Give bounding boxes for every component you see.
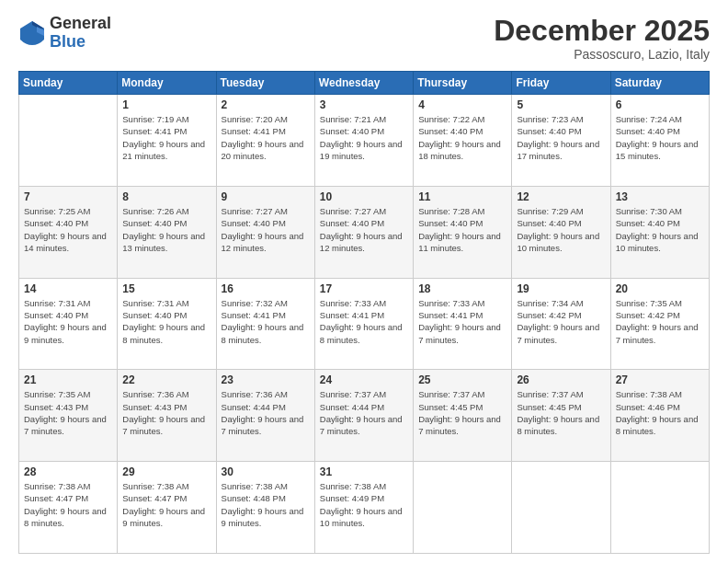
header-sunday: Sunday <box>19 72 118 95</box>
table-row: 28Sunrise: 7:38 AMSunset: 4:47 PMDayligh… <box>19 462 118 554</box>
header: General Blue December 2025 Passoscuro, L… <box>18 15 710 62</box>
page: General Blue December 2025 Passoscuro, L… <box>0 0 728 563</box>
table-row: 31Sunrise: 7:38 AMSunset: 4:49 PMDayligh… <box>314 462 413 554</box>
day-number: 26 <box>517 373 605 386</box>
table-row: 15Sunrise: 7:31 AMSunset: 4:40 PMDayligh… <box>118 278 216 370</box>
table-row: 8Sunrise: 7:26 AMSunset: 4:40 PMDaylight… <box>118 186 216 278</box>
day-number: 25 <box>418 373 506 386</box>
day-info: Sunrise: 7:38 AMSunset: 4:46 PMDaylight:… <box>616 388 704 437</box>
day-number: 24 <box>320 373 408 386</box>
day-info: Sunrise: 7:28 AMSunset: 4:40 PMDaylight:… <box>418 205 506 254</box>
day-info: Sunrise: 7:38 AMSunset: 4:47 PMDaylight:… <box>24 480 112 529</box>
table-row <box>512 462 610 554</box>
day-number: 21 <box>24 373 112 386</box>
calendar-week-row: 14Sunrise: 7:31 AMSunset: 4:40 PMDayligh… <box>19 278 710 370</box>
day-number: 13 <box>616 190 704 203</box>
day-number: 11 <box>418 190 506 203</box>
day-info: Sunrise: 7:21 AMSunset: 4:40 PMDaylight:… <box>320 113 408 162</box>
day-number: 23 <box>222 373 310 386</box>
day-info: Sunrise: 7:34 AMSunset: 4:42 PMDaylight:… <box>517 297 605 346</box>
calendar-week-row: 7Sunrise: 7:25 AMSunset: 4:40 PMDaylight… <box>19 186 710 278</box>
day-number: 27 <box>616 373 704 386</box>
header-thursday: Thursday <box>414 72 512 95</box>
table-row: 21Sunrise: 7:35 AMSunset: 4:43 PMDayligh… <box>19 370 118 462</box>
table-row: 26Sunrise: 7:37 AMSunset: 4:45 PMDayligh… <box>512 370 610 462</box>
day-number: 20 <box>616 282 704 295</box>
day-number: 1 <box>122 98 210 111</box>
day-info: Sunrise: 7:30 AMSunset: 4:40 PMDaylight:… <box>616 205 704 254</box>
day-info: Sunrise: 7:37 AMSunset: 4:45 PMDaylight:… <box>517 388 605 437</box>
table-row <box>414 462 512 554</box>
day-number: 10 <box>320 190 408 203</box>
table-row: 1Sunrise: 7:19 AMSunset: 4:41 PMDaylight… <box>118 95 216 187</box>
table-row: 30Sunrise: 7:38 AMSunset: 4:48 PMDayligh… <box>216 462 314 554</box>
day-info: Sunrise: 7:24 AMSunset: 4:40 PMDaylight:… <box>616 113 704 162</box>
day-info: Sunrise: 7:20 AMSunset: 4:41 PMDaylight:… <box>222 113 310 162</box>
table-row: 7Sunrise: 7:25 AMSunset: 4:40 PMDaylight… <box>19 186 118 278</box>
table-row: 12Sunrise: 7:29 AMSunset: 4:40 PMDayligh… <box>512 186 610 278</box>
header-wednesday: Wednesday <box>314 72 413 95</box>
logo: General Blue <box>18 15 111 52</box>
day-info: Sunrise: 7:27 AMSunset: 4:40 PMDaylight:… <box>320 205 408 254</box>
calendar-week-row: 21Sunrise: 7:35 AMSunset: 4:43 PMDayligh… <box>19 370 710 462</box>
calendar-week-row: 28Sunrise: 7:38 AMSunset: 4:47 PMDayligh… <box>19 462 710 554</box>
table-row: 25Sunrise: 7:37 AMSunset: 4:45 PMDayligh… <box>414 370 512 462</box>
month-title: December 2025 <box>494 15 710 47</box>
table-row: 29Sunrise: 7:38 AMSunset: 4:47 PMDayligh… <box>118 462 216 554</box>
day-number: 19 <box>517 282 605 295</box>
table-row: 10Sunrise: 7:27 AMSunset: 4:40 PMDayligh… <box>314 186 413 278</box>
day-info: Sunrise: 7:35 AMSunset: 4:42 PMDaylight:… <box>616 297 704 346</box>
day-info: Sunrise: 7:27 AMSunset: 4:40 PMDaylight:… <box>222 205 310 254</box>
day-number: 22 <box>122 373 210 386</box>
table-row: 23Sunrise: 7:36 AMSunset: 4:44 PMDayligh… <box>216 370 314 462</box>
day-number: 30 <box>222 465 310 478</box>
day-number: 8 <box>122 190 210 203</box>
day-number: 7 <box>24 190 112 203</box>
table-row: 24Sunrise: 7:37 AMSunset: 4:44 PMDayligh… <box>314 370 413 462</box>
location: Passoscuro, Lazio, Italy <box>494 47 710 62</box>
day-number: 12 <box>517 190 605 203</box>
table-row: 6Sunrise: 7:24 AMSunset: 4:40 PMDaylight… <box>610 95 709 187</box>
table-row: 9Sunrise: 7:27 AMSunset: 4:40 PMDaylight… <box>216 186 314 278</box>
table-row: 17Sunrise: 7:33 AMSunset: 4:41 PMDayligh… <box>314 278 413 370</box>
day-info: Sunrise: 7:36 AMSunset: 4:44 PMDaylight:… <box>222 388 310 437</box>
table-row: 11Sunrise: 7:28 AMSunset: 4:40 PMDayligh… <box>414 186 512 278</box>
day-info: Sunrise: 7:19 AMSunset: 4:41 PMDaylight:… <box>122 113 210 162</box>
table-row <box>610 462 709 554</box>
logo-general-text: General <box>50 15 111 33</box>
day-info: Sunrise: 7:23 AMSunset: 4:40 PMDaylight:… <box>517 113 605 162</box>
day-number: 14 <box>24 282 112 295</box>
day-info: Sunrise: 7:38 AMSunset: 4:49 PMDaylight:… <box>320 480 408 529</box>
day-info: Sunrise: 7:31 AMSunset: 4:40 PMDaylight:… <box>122 297 210 346</box>
day-info: Sunrise: 7:35 AMSunset: 4:43 PMDaylight:… <box>24 388 112 437</box>
day-info: Sunrise: 7:37 AMSunset: 4:44 PMDaylight:… <box>320 388 408 437</box>
day-number: 28 <box>24 465 112 478</box>
day-info: Sunrise: 7:38 AMSunset: 4:48 PMDaylight:… <box>222 480 310 529</box>
table-row <box>19 95 118 187</box>
table-row: 14Sunrise: 7:31 AMSunset: 4:40 PMDayligh… <box>19 278 118 370</box>
day-info: Sunrise: 7:37 AMSunset: 4:45 PMDaylight:… <box>418 388 506 437</box>
header-friday: Friday <box>512 72 610 95</box>
table-row: 16Sunrise: 7:32 AMSunset: 4:41 PMDayligh… <box>216 278 314 370</box>
day-info: Sunrise: 7:26 AMSunset: 4:40 PMDaylight:… <box>122 205 210 254</box>
header-tuesday: Tuesday <box>216 72 314 95</box>
calendar-table: Sunday Monday Tuesday Wednesday Thursday… <box>18 71 710 554</box>
day-number: 4 <box>418 98 506 111</box>
table-row: 13Sunrise: 7:30 AMSunset: 4:40 PMDayligh… <box>610 186 709 278</box>
calendar-week-row: 1Sunrise: 7:19 AMSunset: 4:41 PMDaylight… <box>19 95 710 187</box>
header-saturday: Saturday <box>610 72 709 95</box>
day-number: 2 <box>222 98 310 111</box>
logo-blue-text: Blue <box>50 33 111 52</box>
day-number: 6 <box>616 98 704 111</box>
logo-icon <box>18 19 46 47</box>
table-row: 20Sunrise: 7:35 AMSunset: 4:42 PMDayligh… <box>610 278 709 370</box>
day-info: Sunrise: 7:32 AMSunset: 4:41 PMDaylight:… <box>222 297 310 346</box>
day-info: Sunrise: 7:38 AMSunset: 4:47 PMDaylight:… <box>122 480 210 529</box>
table-row: 3Sunrise: 7:21 AMSunset: 4:40 PMDaylight… <box>314 95 413 187</box>
day-number: 3 <box>320 98 408 111</box>
day-number: 5 <box>517 98 605 111</box>
table-row: 4Sunrise: 7:22 AMSunset: 4:40 PMDaylight… <box>414 95 512 187</box>
table-row: 27Sunrise: 7:38 AMSunset: 4:46 PMDayligh… <box>610 370 709 462</box>
table-row: 22Sunrise: 7:36 AMSunset: 4:43 PMDayligh… <box>118 370 216 462</box>
calendar-header-row: Sunday Monday Tuesday Wednesday Thursday… <box>19 72 710 95</box>
